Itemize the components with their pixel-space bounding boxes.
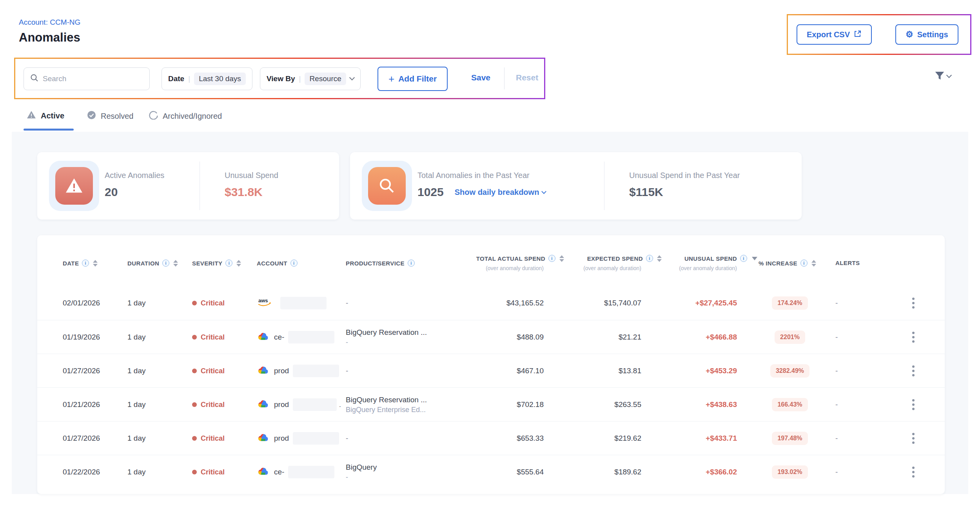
account-name: ce-	[274, 468, 284, 476]
info-icon[interactable]: i	[225, 260, 232, 267]
severity-dot-icon	[192, 369, 197, 373]
unusual-spend: +$27,425.45	[695, 299, 737, 307]
product-service[interactable]: BigQuery Reservation ...	[346, 396, 427, 404]
filter-funnel-button[interactable]	[934, 70, 951, 83]
account-name: prod	[274, 400, 289, 409]
severity-label: Critical	[201, 367, 225, 375]
row-menu-kebab-icon[interactable]	[910, 431, 917, 446]
unusual-spend: +$433.71	[706, 434, 737, 443]
redacted-account	[288, 466, 334, 478]
expected-spend: $219.62	[614, 434, 641, 443]
percent-increase-badge: 3282.49%	[770, 364, 809, 378]
table-row[interactable]: 01/27/20261 day Critical prod-$653.33$21…	[37, 421, 945, 455]
table-row[interactable]: 01/21/20261 day Critical prod.BigQuery R…	[37, 387, 945, 421]
info-icon[interactable]: i	[82, 260, 89, 267]
save-button[interactable]: Save	[471, 73, 490, 82]
expected-spend: $13.81	[619, 367, 641, 375]
tab-archived[interactable]: Archived/Ignored	[149, 111, 222, 122]
anomaly-duration: 1 day	[127, 400, 145, 409]
actual-spend: $467.10	[517, 367, 544, 375]
settings-button[interactable]: ⚙ Settings	[895, 24, 958, 45]
search-box[interactable]	[24, 67, 150, 90]
column-header-alerts[interactable]: ALERTS	[835, 260, 895, 266]
column-label: SEVERITY	[192, 260, 222, 267]
table-row[interactable]: 02/01/20261 day Critical aws -$43,165.52…	[37, 286, 945, 320]
check-circle-icon	[87, 111, 96, 122]
sort-icon[interactable]	[236, 260, 241, 267]
expected-spend: $15,740.07	[604, 299, 641, 307]
view-by-filter[interactable]: View By | Resource	[260, 67, 361, 90]
severity-label: Critical	[201, 333, 225, 342]
show-daily-breakdown-link[interactable]: Show daily breakdown	[455, 188, 546, 197]
severity-label: Critical	[201, 468, 225, 476]
export-csv-label: Export CSV	[807, 30, 850, 39]
info-icon[interactable]: i	[290, 260, 298, 267]
info-icon[interactable]: i	[408, 260, 415, 267]
sort-icon[interactable]	[811, 260, 816, 267]
link-label: Show daily breakdown	[455, 188, 539, 197]
column-label: % INCREASE	[759, 260, 797, 267]
column-subtitle: (over anomaly duration)	[445, 265, 544, 271]
export-csv-button[interactable]: Export CSV	[797, 24, 872, 45]
product-service[interactable]: BigQuery Reservation ...	[346, 328, 427, 337]
column-header-unusual[interactable]: UNUSUAL SPEND i	[641, 255, 757, 262]
row-menu-kebab-icon[interactable]	[910, 363, 917, 379]
gcp-icon	[257, 398, 270, 411]
add-filter-button[interactable]: + Add Filter	[377, 67, 448, 91]
severity-label: Critical	[201, 434, 225, 443]
product-service[interactable]: BigQuery	[346, 463, 377, 472]
anomalies-table: DATE i DURATION i SEVERITY i ACCOUNT i P…	[37, 235, 945, 494]
search-input[interactable]	[43, 74, 133, 83]
tab-resolved[interactable]: Resolved	[87, 111, 133, 122]
metric-label: Unusual Spend	[225, 171, 278, 180]
sort-icon[interactable]	[173, 260, 178, 267]
icon-halo	[49, 161, 99, 211]
anomaly-duration: 1 day	[127, 333, 145, 342]
info-icon[interactable]: i	[740, 255, 747, 262]
column-label: DURATION	[127, 260, 159, 267]
sort-desc-icon[interactable]	[752, 257, 757, 260]
chevron-down-icon	[946, 73, 952, 78]
tab-archived-label: Archived/Ignored	[163, 112, 222, 121]
row-menu-kebab-icon[interactable]	[910, 329, 917, 345]
metric-value: $115K	[629, 185, 740, 199]
unusual-spend: +$366.02	[706, 468, 737, 476]
warning-triangle-icon	[27, 111, 36, 121]
info-icon[interactable]: i	[162, 260, 169, 267]
date-filter-label: Date	[168, 74, 184, 83]
account-breadcrumb[interactable]: Account: CCM-NG	[19, 18, 80, 27]
table-row[interactable]: 01/19/20261 day Critical ce-BigQuery Res…	[37, 320, 945, 354]
search-magnifier-icon	[368, 167, 406, 205]
add-filter-label: Add Filter	[398, 74, 437, 84]
chevron-down-icon	[541, 189, 546, 194]
reset-button[interactable]: Reset	[516, 73, 538, 82]
tab-resolved-label: Resolved	[101, 112, 133, 121]
column-header-increase[interactable]: % INCREASE i	[759, 260, 842, 267]
chevron-down-icon	[349, 75, 355, 80]
view-by-value[interactable]: Resource	[305, 73, 346, 85]
row-menu-kebab-icon[interactable]	[910, 397, 917, 412]
redacted-account	[293, 432, 339, 445]
page-title: Anomalies	[19, 31, 80, 45]
sort-icon[interactable]	[93, 260, 98, 267]
table-row[interactable]: 01/27/20261 day Critical prod-$467.10$13…	[37, 354, 945, 387]
tab-active[interactable]: Active	[27, 111, 64, 121]
gcp-icon	[257, 331, 270, 344]
gcp-icon	[257, 365, 270, 378]
row-menu-kebab-icon[interactable]	[910, 464, 917, 480]
tab-active-label: Active	[41, 111, 64, 120]
column-header-duration[interactable]: DURATION i	[127, 260, 203, 267]
info-icon[interactable]: i	[800, 260, 808, 267]
account-name: prod	[274, 367, 289, 375]
redacted-account	[288, 331, 334, 343]
table-row[interactable]: 01/22/20261 day Critical ce-BigQuery -$5…	[37, 455, 945, 489]
row-menu-kebab-icon[interactable]	[910, 295, 917, 311]
metric-value: 1025	[417, 185, 444, 199]
product-detail: BigQuery Enterprise Ed...	[346, 406, 427, 414]
percent-increase-badge: 174.24%	[772, 296, 808, 310]
redacted-account	[280, 297, 327, 309]
severity-label: Critical	[201, 299, 225, 307]
actual-spend: $43,165.52	[506, 299, 544, 307]
date-filter[interactable]: Date | Last 30 days	[162, 67, 252, 90]
date-filter-value[interactable]: Last 30 days	[194, 73, 246, 85]
